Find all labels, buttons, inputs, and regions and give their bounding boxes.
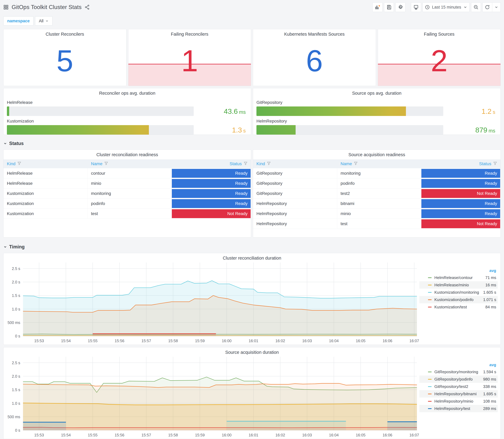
filter-funnel-icon[interactable] <box>493 161 497 166</box>
tv-kiosk-button[interactable] <box>411 2 421 12</box>
status-row-toggle[interactable]: Status <box>3 140 501 147</box>
column-header-kind[interactable]: Kind <box>253 159 337 168</box>
panel-title[interactable]: Source acquisition duration <box>3 347 501 355</box>
status-badge: Ready <box>172 179 251 188</box>
gauge-bar-track <box>7 107 194 116</box>
svg-text:15:53: 15:53 <box>34 433 44 437</box>
status-tables-row: Cluster reconciliation readinessKindName… <box>3 150 501 237</box>
stat-body: 2 <box>378 37 501 86</box>
legend-avg-header[interactable]: avg <box>419 268 498 274</box>
panel-title[interactable]: Failing Sources <box>378 29 501 37</box>
series-area-helmrepository-test <box>23 422 66 430</box>
filter-funnel-icon[interactable] <box>267 161 271 166</box>
column-header-label: Kind <box>257 161 265 166</box>
legend-item-helmrepository-bitnami[interactable]: HelmRepository/bitnami1.695 s <box>419 390 498 398</box>
table-row: GitRepositorymonitoringReady <box>253 168 501 178</box>
column-header-name[interactable]: Name <box>337 159 421 168</box>
filter-funnel-icon[interactable] <box>244 161 247 166</box>
refresh-interval-dropdown[interactable] <box>492 2 501 12</box>
legend-item-kustomization-test[interactable]: Kustomization/test84 ms <box>419 303 498 311</box>
gauge-bar-label: HelmRelease <box>7 100 246 105</box>
gauge-body: HelmRelease43.6msKustomization1.3s <box>3 96 251 134</box>
column-header-status[interactable]: Status <box>172 159 251 168</box>
gauge-body: GitRepository1.2sHelmRepository879ms <box>253 96 501 134</box>
refresh-button[interactable] <box>482 2 492 12</box>
table-row: KustomizationtestNot Ready <box>3 209 251 219</box>
readiness-table: KindNameStatusHelmReleasecontourReadyHel… <box>3 159 251 219</box>
column-header-name[interactable]: Name <box>88 159 172 168</box>
chevron-down-icon <box>494 5 498 9</box>
panel-title[interactable]: Cluster reconciliation readiness <box>3 150 251 157</box>
legend-series-avg: 71 ms <box>485 275 496 280</box>
panel-title[interactable]: Reconciler ops avg. duration <box>3 88 251 96</box>
panel-title[interactable]: Source acquisition readiness <box>253 150 501 157</box>
clock-icon <box>425 5 430 10</box>
cell-name: minio <box>88 178 172 188</box>
chevron-down-icon <box>45 19 49 23</box>
panel-title[interactable]: Kubernetes Manifests Sources <box>253 29 376 37</box>
add-panel-button[interactable] <box>372 2 382 12</box>
legend-series-avg: 338 ms <box>483 384 496 389</box>
column-header-status[interactable]: Status <box>421 159 501 168</box>
cell-name: contour <box>88 168 172 178</box>
filter-funnel-icon[interactable] <box>354 161 358 166</box>
timing-section-label: Timing <box>9 244 25 250</box>
cell-kind: HelmRelease <box>3 178 88 188</box>
panel-title[interactable]: Failing Reconcilers <box>128 29 251 37</box>
legend-item-helmrepository-test[interactable]: HelmRepository/test289 ms <box>419 405 498 412</box>
legend-item-helmrelease-minio[interactable]: HelmRelease/minio16 ms <box>419 281 498 289</box>
legend-item-gitrepository-test2[interactable]: GitRepository/test2338 ms <box>419 383 498 390</box>
save-dashboard-button[interactable] <box>384 2 394 12</box>
panel-title[interactable]: Source ops avg. duration <box>253 88 501 96</box>
legend-item-helmrepository-minio[interactable]: HelmRepository/minio108 ms <box>419 398 498 405</box>
legend-series-name: GitRepository/test2 <box>434 384 483 389</box>
panel-title[interactable]: Cluster reconciliation duration <box>3 253 501 261</box>
timing-row-toggle[interactable]: Timing <box>3 243 501 251</box>
table-header-row: KindNameStatus <box>3 159 251 168</box>
legend-avg-header[interactable]: avg <box>419 362 498 368</box>
cell-name: monitoring <box>88 188 172 198</box>
status-badge: Ready <box>172 169 251 178</box>
svg-text:16:06: 16:06 <box>383 433 392 437</box>
gauge-bar-fill <box>257 107 406 116</box>
filter-funnel-icon[interactable] <box>17 161 21 166</box>
stat-value: 6 <box>306 46 323 76</box>
legend-series-name: HelmRepository/test <box>434 406 483 411</box>
gauge-bar-track <box>257 125 443 134</box>
svg-text:500 ms: 500 ms <box>8 320 20 325</box>
table-row: KustomizationpodinfoReady <box>3 198 251 209</box>
column-header-kind[interactable]: Kind <box>3 159 88 168</box>
stat-panel-failing-sources: Failing Sources2 <box>378 29 501 86</box>
stat-panels-row: Cluster Reconcilers5Failing Reconcilers1… <box>3 29 501 86</box>
status-badge: Ready <box>172 189 251 198</box>
filter-funnel-icon[interactable] <box>104 161 108 166</box>
zoom-out-time-button[interactable] <box>471 2 481 12</box>
cell-kind: GitRepository <box>253 168 337 178</box>
legend-item-kustomization-podinfo[interactable]: Kustomization/podinfo1.071 s <box>419 296 498 303</box>
legend-series-avg: 1.695 s <box>483 391 496 396</box>
column-header-label: Kind <box>7 161 15 166</box>
column-header-label: Status <box>230 161 242 166</box>
namespace-variable-value[interactable]: All <box>35 16 52 25</box>
cell-status: Ready <box>421 168 501 178</box>
namespace-variable-label[interactable]: namespace <box>3 16 34 25</box>
legend-item-gitrepository-monitoring[interactable]: GitRepository/monitoring1.594 s <box>419 368 498 376</box>
panel-title[interactable]: Cluster Reconcilers <box>3 29 126 37</box>
cell-kind: HelmRepository <box>253 219 337 229</box>
dashboards-grid-icon[interactable] <box>3 5 9 10</box>
legend-series-marker <box>428 379 432 380</box>
cell-name: podinfo <box>337 178 421 188</box>
cell-status: Not Ready <box>421 188 501 198</box>
dashboard-settings-button[interactable] <box>395 2 406 12</box>
gauge-value-number: 1.3 <box>232 126 242 134</box>
legend-item-helmrelease-contour[interactable]: HelmRelease/contour71 ms <box>419 274 498 281</box>
legend-series-avg: 1.594 s <box>483 370 496 374</box>
cell-status: Ready <box>421 178 501 188</box>
legend-item-kustomization-monitoring[interactable]: Kustomization/monitoring1.605 s <box>419 289 498 296</box>
share-icon[interactable] <box>85 5 90 10</box>
chevron-down-icon <box>463 5 467 9</box>
time-range-picker[interactable]: Last 15 minutes <box>423 2 469 12</box>
legend-series-marker <box>428 299 432 300</box>
legend-item-gitrepository-podinfo[interactable]: GitRepository/podinfo980 ms <box>419 376 498 383</box>
cell-kind: Kustomization <box>3 188 88 198</box>
